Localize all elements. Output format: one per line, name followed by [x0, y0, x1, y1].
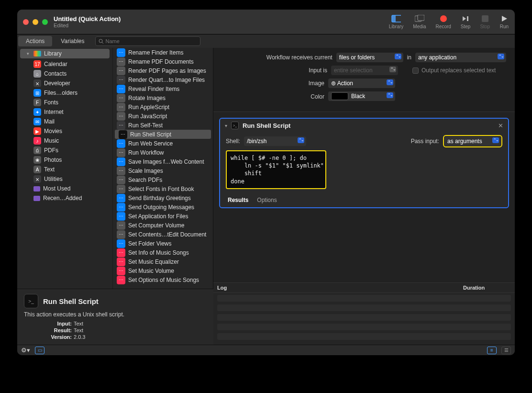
library-button[interactable]: Library — [389, 14, 404, 29]
action-item[interactable]: ⋯Set Music Volume — [113, 266, 213, 275]
log-rows — [213, 293, 515, 345]
action-item[interactable]: ⋯Set Info of Music Songs — [113, 248, 213, 257]
tab-options[interactable]: Options — [257, 197, 277, 203]
library-item[interactable]: ⨯Developer — [17, 79, 112, 88]
action-item[interactable]: ⋯Run Self-Test — [113, 121, 213, 130]
action-item[interactable]: ⋯Run AppleScript — [113, 102, 213, 112]
in-app-select[interactable]: any application — [415, 53, 506, 62]
action-item[interactable]: ⋯Rotate Images — [113, 93, 213, 102]
chevron-down-icon[interactable]: ▾ — [225, 123, 227, 128]
action-item[interactable]: ⋯Set Folder Views — [113, 239, 213, 248]
smart-most-used[interactable]: Most Used — [17, 184, 112, 193]
list-item-label: Calendar — [44, 61, 67, 67]
action-item[interactable]: ⋯Save Images f…Web Content — [113, 157, 213, 166]
action-item[interactable]: ⋯Set Application for Files — [113, 212, 213, 221]
kv-key: Result: — [48, 327, 72, 333]
library-item[interactable]: ❀Photos — [17, 155, 112, 165]
main: ▾ Library 17Calendar⌂Contacts⨯Developer⊞… — [17, 48, 515, 345]
library-tree[interactable]: ▾ Library 17Calendar⌂Contacts⨯Developer⊞… — [17, 48, 113, 289]
search-input[interactable] — [106, 38, 197, 44]
zoom-button[interactable] — [42, 19, 48, 25]
search-box[interactable] — [95, 36, 200, 46]
desc-title: Run Shell Script — [43, 297, 99, 305]
step-header[interactable]: ▾ >_ Run Shell Script ✕ — [220, 119, 508, 132]
library-item[interactable]: 17Calendar — [17, 59, 112, 69]
library-item[interactable]: FFonts — [17, 98, 112, 107]
list-view-button[interactable]: ≡ — [487, 347, 497, 354]
library-item[interactable]: ⨯Utilities — [17, 174, 112, 184]
action-label: Render PDF Pages as Images — [128, 67, 206, 74]
action-item[interactable]: ⋯Scale Images — [113, 166, 213, 175]
step-run-shell-script[interactable]: ▾ >_ Run Shell Script ✕ Shell: /bin/zsh … — [219, 118, 509, 208]
image-select[interactable]: ⊚ Action — [328, 79, 395, 88]
stop-button[interactable]: Stop — [480, 14, 490, 29]
library-item[interactable]: ✉Mail — [17, 117, 112, 126]
script-textarea[interactable]: while [ $# -ne 0 ]; do ln -s "$1" "$1 sy… — [226, 150, 326, 189]
color-select[interactable]: Black — [328, 91, 395, 101]
step-button[interactable]: Step — [461, 14, 471, 29]
run-button[interactable]: Run — [499, 14, 509, 29]
log-col-log[interactable]: Log — [217, 285, 463, 291]
category-icon: ♪ — [33, 137, 41, 145]
tab-results[interactable]: Results — [228, 197, 248, 203]
action-item[interactable]: ⋯Run Shell Script — [115, 130, 211, 139]
flow-view-button[interactable]: ☰ — [501, 347, 511, 354]
action-item[interactable]: ⋯Render PDF Pages as Images — [113, 66, 213, 75]
close-icon[interactable]: ✕ — [498, 122, 503, 129]
shell-select[interactable]: /bin/zsh — [244, 136, 306, 146]
receives-select[interactable]: files or folders — [336, 53, 403, 62]
log-col-duration[interactable]: Duration — [463, 285, 511, 291]
library-item[interactable]: ▶Movies — [17, 126, 112, 136]
action-item[interactable]: ⋯Search PDFs — [113, 175, 213, 184]
list-item-label: Movies — [44, 128, 62, 135]
action-item[interactable]: ⋯Send Birthday Greetings — [113, 193, 213, 202]
actions-list[interactable]: ⋯Rename Finder Items⋯Rename PDF Document… — [113, 48, 213, 289]
minimize-button[interactable] — [33, 19, 38, 25]
tab-variables[interactable]: Variables — [53, 36, 92, 46]
action-item[interactable]: ⋯Set Computer Volume — [113, 221, 213, 230]
workflow-view-button[interactable]: ▭ — [35, 347, 44, 354]
library-item[interactable]: ⌂Contacts — [17, 69, 112, 79]
action-item[interactable]: ⋯Set Music Equalizer — [113, 257, 213, 266]
shell-icon: >_ — [24, 294, 38, 308]
category-icon: ▶ — [33, 127, 41, 135]
action-icon: ⋯ — [117, 239, 125, 248]
action-item[interactable]: ⋯Render Quart…to Image Files — [113, 75, 213, 84]
library-item[interactable]: ⎙PDFs — [17, 146, 112, 155]
library-item[interactable]: ♪Music — [17, 136, 112, 146]
stop-label: Stop — [480, 24, 490, 29]
step-label: Step — [461, 24, 471, 29]
library-root[interactable]: ▾ Library — [20, 49, 110, 58]
gear-icon[interactable]: ⚙︎▾ — [21, 347, 30, 354]
pass-input-select[interactable]: as arguments — [444, 136, 501, 146]
workflow-canvas[interactable]: ▾ >_ Run Shell Script ✕ Shell: /bin/zsh … — [213, 112, 515, 282]
tab-actions[interactable]: Actions — [18, 36, 52, 46]
action-item[interactable]: ⋯Run Web Service — [113, 139, 213, 148]
action-item[interactable]: ⋯Rename PDF Documents — [113, 57, 213, 66]
svg-rect-4 — [482, 15, 488, 22]
titlebar: Untitled (Quick Action) Edited Library M… — [17, 10, 515, 34]
receives-label: Workflow receives current — [266, 54, 332, 61]
action-item[interactable]: ⋯Run Workflow — [113, 148, 213, 157]
action-label: Set Computer Volume — [128, 222, 184, 229]
category-icon: A — [33, 166, 41, 173]
action-item[interactable]: ⋯Set Options of Music Songs — [113, 275, 213, 284]
close-button[interactable] — [23, 19, 29, 25]
log-panel: Log Duration — [213, 282, 515, 345]
kv-val: 2.0.3 — [74, 334, 85, 340]
action-item[interactable]: ⋯Reveal Finder Items — [113, 84, 213, 93]
list-item-label: Text — [44, 166, 55, 173]
library-item[interactable]: ✦Internet — [17, 107, 112, 117]
smart-recently-added[interactable]: Recen…Added — [17, 193, 112, 203]
library-item[interactable]: ⊞Files…olders — [17, 88, 112, 98]
action-item[interactable]: ⋯Set Contents…tEdit Document — [113, 230, 213, 239]
action-item[interactable]: ⋯Select Fonts in Font Book — [113, 184, 213, 193]
media-button[interactable]: Media — [413, 14, 426, 29]
record-button[interactable]: Record — [436, 14, 451, 29]
action-label: Search PDFs — [128, 177, 162, 183]
action-item[interactable]: ⋯Rename Finder Items — [113, 48, 213, 57]
action-item[interactable]: ⋯Run JavaScript — [113, 112, 213, 121]
media-label: Media — [413, 24, 426, 29]
action-item[interactable]: ⋯Send Outgoing Messages — [113, 202, 213, 212]
library-item[interactable]: AText — [17, 165, 112, 174]
